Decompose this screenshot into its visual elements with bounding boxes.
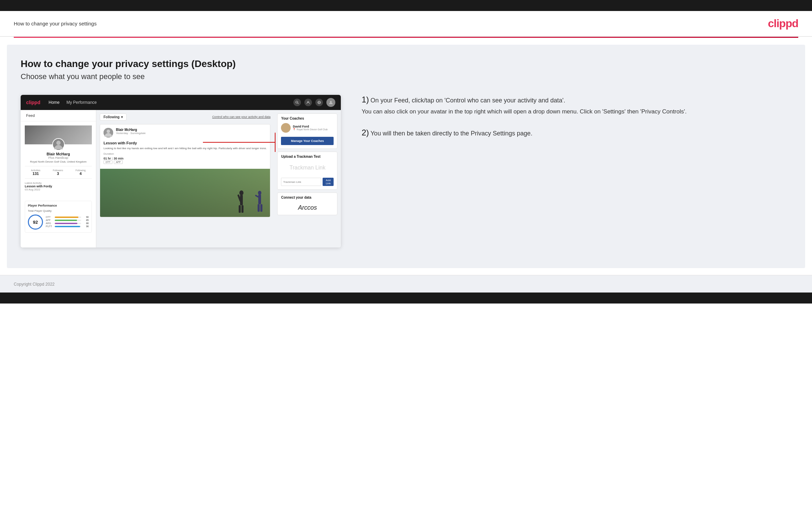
svg-line-1 (298, 103, 299, 104)
content-row: clippd Home My Performance (21, 95, 791, 247)
svg-rect-20 (258, 204, 260, 212)
bar-app-track (55, 220, 81, 221)
stat-following-label: Following (75, 169, 86, 172)
nav-link-home[interactable]: Home (48, 100, 59, 105)
stat-activities-label: Activities (31, 169, 41, 172)
stat-following-value: 4 (75, 172, 86, 176)
bar-arg-val: 86 (83, 222, 89, 224)
profile-name: Blair McHarg (25, 152, 92, 156)
globe-icon[interactable] (315, 99, 323, 106)
post-author: Blair McHarg (116, 128, 145, 132)
nav-avatar[interactable] (326, 98, 335, 107)
chevron-down-icon: ▾ (121, 115, 123, 119)
app-nav-bar: clippd Home My Performance (21, 95, 341, 110)
app-nav-icons (293, 98, 335, 107)
app-mockup: clippd Home My Performance (21, 95, 341, 247)
svg-point-0 (296, 101, 298, 103)
post-user-info: Blair McHarg Yesterday · Sunningdale (116, 128, 145, 135)
page-subheading: Choose what you want people to see (21, 72, 791, 81)
app-main-feed: Following ▾ Control who can see your act… (96, 110, 274, 247)
stat-followers-value: 3 (53, 172, 63, 176)
control-privacy-link[interactable]: Control who can see your activity and da… (212, 115, 271, 119)
svg-rect-18 (258, 195, 261, 204)
instruction-2-number: 2) (361, 128, 369, 137)
main-content: How to change your privacy settings (Des… (7, 45, 805, 268)
bar-putt-fill (55, 226, 80, 227)
add-link-button[interactable]: Add Link (323, 178, 334, 186)
performance-title: Player Performance (28, 204, 89, 207)
bottom-bar (0, 293, 812, 304)
bar-arg-fill (55, 223, 77, 224)
bar-putt-val: 96 (83, 225, 89, 228)
bar-arg-track (55, 223, 81, 224)
person-icon[interactable] (304, 99, 312, 106)
bar-arg: ARG 86 (46, 222, 89, 224)
coach-name: David Ford (293, 125, 327, 128)
header-title: How to change your privacy settings (14, 21, 97, 26)
annotation-arrow-svg (203, 132, 282, 153)
trackman-input-row: Add Link (278, 176, 337, 189)
profile-avatar (52, 138, 65, 151)
latest-activity-date: 03 Aug 2022 (25, 188, 92, 191)
bar-arg-label: ARG (46, 222, 53, 224)
following-label: Following (104, 115, 120, 119)
stat-followers: Followers 3 (53, 169, 63, 176)
app-body: Feed (21, 110, 341, 247)
instruction-1: 1) On your Feed, click/tap on 'Control w… (361, 95, 791, 117)
search-icon[interactable] (293, 99, 301, 106)
logo: clippd (768, 17, 798, 30)
bar-app-val: 85 (83, 219, 89, 221)
bar-putt-label: PUTT (46, 225, 53, 228)
post-tags: OTT APP (104, 160, 267, 164)
bar-putt: PUTT 96 (46, 225, 89, 228)
coach-avatar (281, 123, 291, 133)
feed-tab[interactable]: Feed (21, 110, 96, 121)
nav-link-performance[interactable]: My Performance (66, 100, 97, 105)
bar-ott: OTT 90 (46, 216, 89, 218)
post-meta: Yesterday · Sunningdale (116, 132, 145, 135)
following-button[interactable]: Following ▾ (100, 113, 127, 121)
instruction-2-body: You will then be taken directly to the P… (370, 130, 532, 137)
coaches-title: Your Coaches (278, 114, 337, 122)
app-sidebar: Feed (21, 110, 96, 247)
svg-rect-15 (239, 205, 241, 213)
profile-club: Royal North Devon Golf Club, United King… (25, 160, 92, 163)
profile-handicap: Plus Handicap (25, 156, 92, 159)
connect-title: Connect your data (278, 193, 337, 201)
page-heading: How to change your privacy settings (Des… (21, 58, 791, 69)
instruction-2-text: 2) You will then be taken directly to th… (361, 128, 791, 139)
stat-activities-value: 131 (31, 172, 41, 176)
performance-quality-label: Total Player Quality (28, 209, 89, 212)
performance-score: 92 (28, 214, 43, 230)
post-image (100, 169, 270, 217)
connect-data-card: Connect your data Arccos (277, 192, 337, 215)
top-bar (0, 0, 812, 11)
bar-app: APP 85 (46, 219, 89, 221)
profile-banner (25, 125, 92, 144)
instruction-1-extra: You can also click on your avatar in the… (361, 107, 791, 117)
latest-activity-label: Latest Activity (25, 181, 92, 185)
header: How to change your privacy settings clip… (0, 11, 812, 37)
coach-info: David Ford 📍 Royal North Devon Golf Club (293, 125, 327, 131)
golfer2-icon (253, 190, 267, 214)
instruction-1-number: 1) (361, 95, 369, 104)
post-duration-value: 01 hr : 30 min (104, 157, 267, 160)
stat-following: Following 4 (75, 169, 86, 176)
trackman-card: Upload a Trackman Test Trackman Link Add… (277, 152, 337, 190)
footer: Copyright Clippd 2022 (0, 275, 812, 293)
golfer1-icon (234, 190, 249, 214)
bar-app-label: APP (46, 219, 53, 221)
svg-point-12 (239, 190, 243, 195)
location-icon: 📍 (293, 128, 296, 131)
trackman-placeholder: Trackman Link (278, 160, 337, 176)
red-divider (14, 37, 798, 38)
post-tag-app: APP (114, 160, 123, 164)
connect-brand: Arccos (278, 201, 337, 215)
app-nav-links: Home My Performance (48, 100, 293, 105)
latest-activity-name: Lesson with Fordy (25, 185, 92, 188)
svg-rect-16 (241, 205, 243, 213)
app-mockup-wrapper: clippd Home My Performance (21, 95, 341, 247)
app-right-panel: Your Coaches David Ford 📍 Royal North De… (274, 110, 341, 247)
bar-ott-label: OTT (46, 216, 53, 218)
trackman-input[interactable] (281, 178, 321, 186)
